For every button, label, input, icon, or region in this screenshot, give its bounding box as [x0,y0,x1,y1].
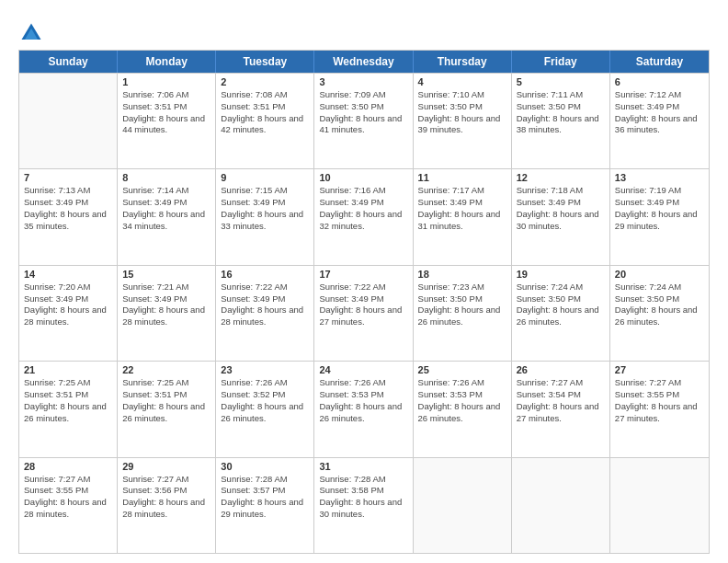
day-number: 1 [122,76,210,87]
calendar-header: SundayMondayTuesdayWednesdayThursdayFrid… [19,51,709,73]
day-number: 2 [221,76,309,87]
calendar-cell: 31Sunrise: 7:28 AM Sunset: 3:58 PM Dayli… [314,458,413,553]
day-info: Sunrise: 7:09 AM Sunset: 3:50 PM Dayligh… [319,89,407,136]
header-day-friday: Friday [512,51,610,73]
calendar-cell: 10Sunrise: 7:16 AM Sunset: 3:49 PM Dayli… [314,169,413,264]
calendar-cell: 3Sunrise: 7:09 AM Sunset: 3:50 PM Daylig… [314,74,413,168]
logo-icon [18,20,44,46]
day-info: Sunrise: 7:15 AM Sunset: 3:49 PM Dayligh… [221,185,309,232]
day-number: 8 [122,172,210,183]
day-number: 19 [517,269,605,280]
calendar-cell: 27Sunrise: 7:27 AM Sunset: 3:55 PM Dayli… [610,362,709,456]
calendar: SundayMondayTuesdayWednesdayThursdayFrid… [18,50,710,554]
calendar-cell: 17Sunrise: 7:22 AM Sunset: 3:49 PM Dayli… [314,266,413,361]
calendar-row-2: 14Sunrise: 7:20 AM Sunset: 3:49 PM Dayli… [19,265,709,361]
day-number: 17 [319,269,407,280]
day-number: 14 [24,269,112,280]
day-info: Sunrise: 7:11 AM Sunset: 3:50 PM Dayligh… [517,89,605,136]
day-number: 5 [517,76,605,87]
day-info: Sunrise: 7:26 AM Sunset: 3:52 PM Dayligh… [221,377,309,424]
calendar-cell: 9Sunrise: 7:15 AM Sunset: 3:49 PM Daylig… [216,169,314,264]
day-number: 3 [319,76,407,87]
day-info: Sunrise: 7:19 AM Sunset: 3:49 PM Dayligh… [615,185,704,232]
calendar-cell: 16Sunrise: 7:22 AM Sunset: 3:49 PM Dayli… [216,266,314,361]
header-day-sunday: Sunday [19,51,118,73]
day-number: 30 [221,461,309,472]
day-info: Sunrise: 7:27 AM Sunset: 3:55 PM Dayligh… [24,474,112,521]
day-info: Sunrise: 7:22 AM Sunset: 3:49 PM Dayligh… [221,282,309,328]
calendar-cell: 6Sunrise: 7:12 AM Sunset: 3:49 PM Daylig… [610,74,709,168]
calendar-cell: 18Sunrise: 7:23 AM Sunset: 3:50 PM Dayli… [414,266,512,361]
calendar-cell: 21Sunrise: 7:25 AM Sunset: 3:51 PM Dayli… [19,362,118,456]
calendar-cell: 24Sunrise: 7:26 AM Sunset: 3:53 PM Dayli… [314,362,413,456]
calendar-row-0: 1Sunrise: 7:06 AM Sunset: 3:51 PM Daylig… [19,73,709,168]
day-number: 7 [24,172,112,183]
day-info: Sunrise: 7:27 AM Sunset: 3:54 PM Dayligh… [517,377,605,424]
day-number: 16 [221,269,309,280]
calendar-cell: 19Sunrise: 7:24 AM Sunset: 3:50 PM Dayli… [512,266,610,361]
day-info: Sunrise: 7:12 AM Sunset: 3:49 PM Dayligh… [615,89,704,136]
day-info: Sunrise: 7:28 AM Sunset: 3:58 PM Dayligh… [319,474,407,521]
day-info: Sunrise: 7:22 AM Sunset: 3:49 PM Dayligh… [319,282,407,328]
day-number: 15 [122,269,210,280]
header-day-thursday: Thursday [414,51,512,73]
day-info: Sunrise: 7:25 AM Sunset: 3:51 PM Dayligh… [24,377,112,424]
day-number: 10 [319,172,407,183]
day-number: 21 [24,364,112,375]
calendar-cell: 15Sunrise: 7:21 AM Sunset: 3:49 PM Dayli… [118,266,216,361]
calendar-cell [610,458,709,553]
calendar-cell: 22Sunrise: 7:25 AM Sunset: 3:51 PM Dayli… [118,362,216,456]
day-info: Sunrise: 7:28 AM Sunset: 3:57 PM Dayligh… [221,474,309,521]
calendar-cell: 13Sunrise: 7:19 AM Sunset: 3:49 PM Dayli… [610,169,709,264]
calendar-cell: 14Sunrise: 7:20 AM Sunset: 3:49 PM Dayli… [19,266,118,361]
day-number: 24 [319,364,407,375]
day-info: Sunrise: 7:06 AM Sunset: 3:51 PM Dayligh… [122,89,210,136]
calendar-cell: 28Sunrise: 7:27 AM Sunset: 3:55 PM Dayli… [19,458,118,553]
calendar-cell: 12Sunrise: 7:18 AM Sunset: 3:49 PM Dayli… [512,169,610,264]
day-info: Sunrise: 7:27 AM Sunset: 3:55 PM Dayligh… [615,377,704,424]
day-info: Sunrise: 7:24 AM Sunset: 3:50 PM Dayligh… [517,282,605,328]
day-info: Sunrise: 7:13 AM Sunset: 3:49 PM Dayligh… [24,185,112,232]
header [18,17,710,46]
calendar-cell: 20Sunrise: 7:24 AM Sunset: 3:50 PM Dayli… [610,266,709,361]
day-info: Sunrise: 7:08 AM Sunset: 3:51 PM Dayligh… [221,89,309,136]
day-number: 23 [221,364,309,375]
day-number: 28 [24,461,112,472]
header-day-saturday: Saturday [610,51,709,73]
day-number: 22 [122,364,210,375]
day-info: Sunrise: 7:20 AM Sunset: 3:49 PM Dayligh… [24,282,112,328]
day-number: 27 [615,364,704,375]
calendar-cell: 25Sunrise: 7:26 AM Sunset: 3:53 PM Dayli… [414,362,512,456]
calendar-cell [19,74,118,168]
day-info: Sunrise: 7:18 AM Sunset: 3:49 PM Dayligh… [517,185,605,232]
day-info: Sunrise: 7:23 AM Sunset: 3:50 PM Dayligh… [418,282,506,328]
day-number: 12 [517,172,605,183]
calendar-cell: 29Sunrise: 7:27 AM Sunset: 3:56 PM Dayli… [118,458,216,553]
page: SundayMondayTuesdayWednesdayThursdayFrid… [0,0,728,563]
day-info: Sunrise: 7:16 AM Sunset: 3:49 PM Dayligh… [319,185,407,232]
calendar-body: 1Sunrise: 7:06 AM Sunset: 3:51 PM Daylig… [19,73,709,553]
calendar-cell: 8Sunrise: 7:14 AM Sunset: 3:49 PM Daylig… [118,169,216,264]
day-number: 6 [615,76,704,87]
day-number: 25 [418,364,506,375]
header-day-wednesday: Wednesday [314,51,413,73]
calendar-cell [414,458,512,553]
day-info: Sunrise: 7:14 AM Sunset: 3:49 PM Dayligh… [122,185,210,232]
calendar-cell: 1Sunrise: 7:06 AM Sunset: 3:51 PM Daylig… [118,74,216,168]
calendar-cell: 2Sunrise: 7:08 AM Sunset: 3:51 PM Daylig… [216,74,314,168]
header-day-tuesday: Tuesday [216,51,314,73]
calendar-cell: 30Sunrise: 7:28 AM Sunset: 3:57 PM Dayli… [216,458,314,553]
day-number: 29 [122,461,210,472]
day-number: 31 [319,461,407,472]
day-info: Sunrise: 7:24 AM Sunset: 3:50 PM Dayligh… [615,282,704,328]
day-info: Sunrise: 7:25 AM Sunset: 3:51 PM Dayligh… [122,377,210,424]
day-number: 13 [615,172,704,183]
calendar-cell: 11Sunrise: 7:17 AM Sunset: 3:49 PM Dayli… [414,169,512,264]
logo [18,20,48,46]
calendar-row-4: 28Sunrise: 7:27 AM Sunset: 3:55 PM Dayli… [19,457,709,553]
calendar-row-3: 21Sunrise: 7:25 AM Sunset: 3:51 PM Dayli… [19,361,709,456]
calendar-row-1: 7Sunrise: 7:13 AM Sunset: 3:49 PM Daylig… [19,168,709,264]
day-number: 9 [221,172,309,183]
day-info: Sunrise: 7:21 AM Sunset: 3:49 PM Dayligh… [122,282,210,328]
day-number: 26 [517,364,605,375]
